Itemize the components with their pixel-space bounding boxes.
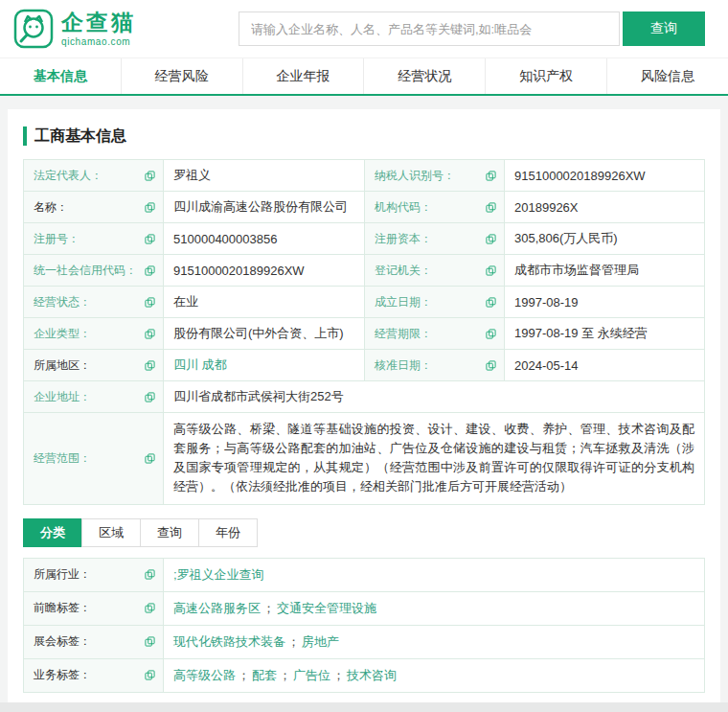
value-business-scope: 高等级公路、桥梁、隧道等基础设施的投资、设计、建设、收费、养护、管理、技术咨询及… bbox=[164, 413, 705, 505]
content-card: 工商基本信息 法定代表人： 罗祖义 纳税人识别号： 91510000201899… bbox=[8, 109, 720, 708]
copy-icon[interactable] bbox=[145, 202, 155, 213]
tag-link[interactable]: 配套 bbox=[252, 668, 277, 682]
value-company-name: 四川成渝高速公路股份有限公司 bbox=[164, 192, 365, 223]
field-label: 所属地区： bbox=[34, 357, 91, 374]
copy-icon[interactable] bbox=[145, 265, 155, 276]
copy-icon[interactable] bbox=[486, 265, 496, 276]
company-info-table: 法定代表人： 罗祖义 纳税人识别号： 9151000020189926XW 名称… bbox=[23, 159, 705, 505]
field-label: 前瞻标签： bbox=[34, 600, 91, 616]
value-credit-code: 9151000020189926XW bbox=[164, 255, 365, 287]
header: 企查猫 qichamao.com 查询 bbox=[0, 0, 728, 57]
filter-tab-query[interactable]: 查询 bbox=[140, 518, 199, 547]
separator: ； bbox=[262, 601, 275, 615]
value-taxpayer-id: 9151000020189926XW bbox=[505, 160, 705, 192]
tag-link[interactable]: 现代化铁路技术装备 bbox=[173, 634, 285, 649]
search-button[interactable]: 查询 bbox=[623, 11, 705, 46]
copy-icon[interactable] bbox=[486, 234, 496, 244]
main-nav: 基本信息 经营风险 企业年报 经营状况 知识产权 风险信息 bbox=[0, 57, 728, 96]
table-row: 名称： 四川成渝高速公路股份有限公司 机构代码： 20189926X bbox=[24, 192, 705, 223]
table-row: 所属行业： ;罗祖义企业查询 bbox=[24, 558, 705, 591]
value-legal-representative: 罗祖义 bbox=[164, 160, 365, 192]
tab-intellectual-property[interactable]: 知识产权 bbox=[485, 58, 606, 94]
copy-icon[interactable] bbox=[486, 297, 496, 308]
value-foresight-tags: 高速公路服务区；交通安全管理设施 bbox=[164, 591, 705, 625]
label-company-type-cell: 企业类型： bbox=[24, 318, 164, 350]
copy-icon[interactable] bbox=[145, 297, 155, 308]
tag-link[interactable]: 技术咨询 bbox=[347, 668, 397, 682]
copy-icon[interactable] bbox=[486, 171, 496, 181]
tag-link[interactable]: 高速公路服务区 bbox=[173, 601, 261, 615]
label-legal-representative-cell: 法定代表人： bbox=[24, 160, 164, 192]
search-input[interactable] bbox=[239, 11, 620, 46]
copy-icon[interactable] bbox=[145, 603, 155, 613]
tab-operating-status[interactable]: 经营状况 bbox=[363, 58, 485, 94]
tab-risk-info[interactable]: 风险信息 bbox=[606, 58, 728, 94]
value-registration-number: 510000400003856 bbox=[164, 223, 365, 255]
copy-icon[interactable] bbox=[145, 569, 155, 580]
footer-strip bbox=[0, 702, 728, 712]
table-row: 经营范围： 高等级公路、桥梁、隧道等基础设施的投资、设计、建设、收费、养护、管理… bbox=[24, 413, 705, 505]
copy-icon[interactable] bbox=[145, 171, 155, 181]
tab-business-risk[interactable]: 经营风险 bbox=[121, 58, 242, 94]
filter-tab-year[interactable]: 年份 bbox=[198, 518, 258, 547]
filter-tabs: 分类 区域 查询 年份 bbox=[23, 518, 705, 547]
copy-icon[interactable] bbox=[145, 360, 155, 371]
copy-icon[interactable] bbox=[145, 392, 155, 402]
copy-icon[interactable] bbox=[145, 453, 155, 464]
field-label: 经营状态： bbox=[34, 294, 91, 310]
table-row: 经营状态： 在业 成立日期： 1997-08-19 bbox=[24, 287, 705, 318]
field-label: 统一社会信用代码： bbox=[34, 263, 137, 279]
copy-icon[interactable] bbox=[145, 234, 155, 244]
field-label: 所属行业： bbox=[34, 566, 91, 583]
label-registration-number-cell: 注册号： bbox=[24, 223, 164, 255]
filter-tab-category[interactable]: 分类 bbox=[23, 518, 82, 547]
filter-tab-region[interactable]: 区域 bbox=[81, 518, 141, 547]
field-label: 经营范围： bbox=[34, 450, 91, 467]
label-company-address-cell: 企业地址： bbox=[24, 381, 164, 413]
value-registered-capital: 305,806(万人民币) bbox=[505, 223, 705, 255]
field-label: 企业类型： bbox=[34, 326, 91, 342]
tab-annual-report[interactable]: 企业年报 bbox=[242, 58, 364, 94]
label-org-code-cell: 机构代码： bbox=[365, 192, 505, 223]
field-label: 展会标签： bbox=[34, 633, 91, 650]
field-label: 企业地址： bbox=[34, 389, 91, 405]
label-taxpayer-id-cell: 纳税人识别号： bbox=[365, 160, 505, 192]
label-company-name-cell: 名称： bbox=[24, 192, 164, 223]
value-org-code: 20189926X bbox=[505, 192, 705, 223]
tag-link[interactable]: ;罗祖义企业查询 bbox=[173, 567, 264, 582]
region-link[interactable]: 四川 成都 bbox=[173, 357, 227, 372]
tag-link[interactable]: 高等级公路 bbox=[173, 668, 236, 682]
copy-icon[interactable] bbox=[145, 670, 155, 680]
tag-link[interactable]: 房地产 bbox=[302, 634, 339, 649]
tag-link[interactable]: 交通安全管理设施 bbox=[277, 601, 376, 615]
tag-link[interactable]: 广告位 bbox=[293, 668, 330, 682]
logo[interactable]: 企查猫 qichamao.com bbox=[13, 9, 136, 49]
page-title: 工商基本信息 bbox=[23, 126, 705, 146]
tab-basic-info[interactable]: 基本信息 bbox=[0, 58, 121, 94]
value-business-term: 1997-08-19 至 永续经营 bbox=[505, 318, 705, 350]
label-exhibition-tags-cell: 展会标签： bbox=[24, 625, 164, 658]
field-label: 业务标签： bbox=[34, 667, 91, 683]
table-row: 法定代表人： 罗祖义 纳税人识别号： 9151000020189926XW bbox=[24, 160, 705, 192]
value-region-cell: 四川 成都 bbox=[164, 350, 365, 381]
copy-icon[interactable] bbox=[486, 202, 496, 213]
value-business-tags: 高等级公路；配套；广告位；技术咨询 bbox=[164, 658, 705, 692]
field-label: 注册资本： bbox=[375, 231, 432, 247]
label-registered-capital-cell: 注册资本： bbox=[365, 223, 505, 255]
copy-icon[interactable] bbox=[486, 360, 496, 371]
copy-icon[interactable] bbox=[145, 636, 155, 647]
label-approval-date-cell: 核准日期： bbox=[365, 350, 505, 381]
copy-icon[interactable] bbox=[145, 329, 155, 339]
label-business-tags-cell: 业务标签： bbox=[24, 658, 164, 692]
value-industry: ;罗祖义企业查询 bbox=[164, 558, 705, 591]
field-label: 名称： bbox=[34, 199, 68, 216]
field-label: 经营期限： bbox=[375, 326, 432, 342]
table-row: 展会标签： 现代化铁路技术装备；房地产 bbox=[24, 625, 705, 658]
tag-table: 所属行业： ;罗祖义企业查询 前瞻标签： 高速公路服务区；交通安全管理设施 展会… bbox=[23, 558, 705, 693]
table-row: 企业类型： 股份有限公司(中外合资、上市) 经营期限： 1997-08-19 至… bbox=[24, 318, 705, 350]
copy-icon[interactable] bbox=[486, 329, 496, 339]
separator: ； bbox=[279, 668, 291, 682]
field-label: 法定代表人： bbox=[34, 168, 102, 184]
field-label: 机构代码： bbox=[375, 199, 432, 216]
value-registration-authority: 成都市市场监督管理局 bbox=[505, 255, 705, 287]
